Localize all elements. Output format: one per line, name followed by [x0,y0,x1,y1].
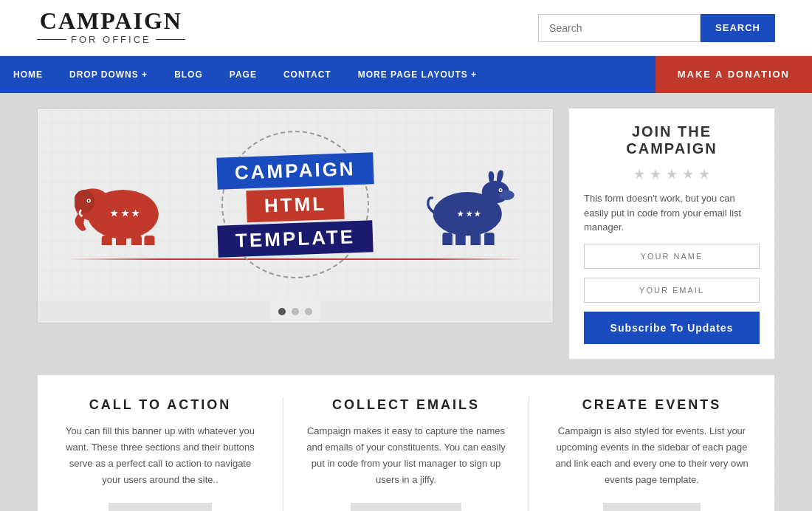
logo-divider-line-right [156,39,185,40]
main-content: ★ ★ ★ CAMPAIGN HTML TEMPLATE [0,93,812,374]
col1-text: You can fill this banner up with whateve… [60,423,261,488]
star-4: ★ [682,166,694,182]
nav-item-contact[interactable]: CONTACT [270,56,345,93]
logo-divider-line-left [37,39,66,40]
logo-for-office: For Office [71,34,151,45]
star-5: ★ [698,166,710,182]
search-area: SEARCH [538,14,775,42]
nav-item-home[interactable]: HOME [0,56,56,93]
sidebar-description: This form doesn't work, but you can easi… [584,191,760,235]
slide-dot-3[interactable] [305,308,312,315]
col2-text: Campaign makes it easy to capture the na… [306,423,506,488]
badge-line3: TEMPLATE [217,220,374,257]
col3-text: Campaign is also styled for events. List… [551,423,752,488]
search-input[interactable] [538,14,701,42]
nav-item-page[interactable]: PAGE [216,56,270,93]
star-1: ★ [633,166,645,182]
svg-rect-3 [101,236,111,245]
get-in-touch-button[interactable]: GET IN TOUCH [351,503,462,511]
slide-dots [271,301,320,323]
sign-me-up-button[interactable]: SIGN ME UP [603,503,701,511]
col3-title: CREATE EVENTS [582,397,722,413]
nav-item-dropdowns[interactable]: DROP DOWNS + [56,56,161,93]
badge-labels: CAMPAIGN HTML TEMPLATE [217,155,374,255]
badge-line2: HTML [246,187,345,222]
slider-inner: ★ ★ ★ CAMPAIGN HTML TEMPLATE [38,109,553,301]
svg-point-15 [500,189,502,191]
campaign-badge: CAMPAIGN HTML TEMPLATE [221,131,369,278]
nav-item-blog[interactable]: BLOG [161,56,216,93]
col1-title: CALL TO ACTION [89,397,232,413]
donkey-icon: ★ ★ ★ [413,164,516,245]
subscribe-button[interactable]: Subscribe To Updates [584,312,760,344]
svg-point-9 [88,199,90,202]
svg-rect-16 [443,233,453,245]
logo-campaign: CAMPAIGN [40,9,182,32]
svg-rect-18 [471,233,481,245]
signup-sidebar: JOIN THE CAMPAIGN ★ ★ ★ ★ ★ This form do… [568,108,775,360]
elephant-icon: ★ ★ ★ [75,164,178,245]
name-input[interactable] [584,244,760,269]
nav-item-more[interactable]: MORE PAGE LAYOUTS + [345,56,490,93]
logo: CAMPAIGN For Office [37,9,185,47]
svg-point-2 [75,190,94,213]
search-button[interactable]: SEARCH [701,14,775,42]
svg-rect-6 [144,236,154,245]
svg-rect-4 [116,236,126,245]
hero-slider: ★ ★ ★ CAMPAIGN HTML TEMPLATE [37,108,554,323]
stars-row: ★ ★ ★ ★ ★ [633,166,710,182]
logo-divider: For Office [37,34,185,45]
slide-dot-2[interactable] [292,308,299,315]
slide-animals: ★ ★ ★ CAMPAIGN HTML TEMPLATE [52,131,538,278]
bottom-col-events: CREATE EVENTS Campaign is also styled fo… [529,397,774,512]
svg-rect-19 [484,233,495,245]
slide-dot-1[interactable] [278,308,286,315]
navigation: HOME DROP DOWNS + BLOG PAGE CONTACT MORE… [0,56,812,93]
star-3: ★ [666,166,678,182]
bottom-col-action: CALL TO ACTION You can fill this banner … [38,397,283,512]
bottom-section: CALL TO ACTION You can fill this banner … [37,374,775,512]
header: CAMPAIGN For Office SEARCH [0,0,812,56]
svg-text:★ ★ ★: ★ ★ ★ [457,210,482,218]
svg-rect-5 [131,236,142,245]
nav-links: HOME DROP DOWNS + BLOG PAGE CONTACT MORE… [0,56,656,93]
svg-text:★ ★ ★: ★ ★ ★ [110,208,140,219]
svg-rect-17 [455,233,466,245]
sidebar-title: JOIN THE CAMPAIGN [584,123,760,157]
donate-button[interactable]: MAKE A DONATION [656,56,812,93]
email-input[interactable] [584,278,760,303]
badge-circle: CAMPAIGN HTML TEMPLATE [221,131,369,278]
star-2: ★ [650,166,661,182]
col2-title: COLLECT EMAILS [332,397,480,413]
badge-line1: CAMPAIGN [216,152,374,189]
bottom-col-emails: COLLECT EMAILS Campaign makes it easy to… [283,397,529,512]
contribute-button[interactable]: CONTRIBUTE [109,503,212,511]
